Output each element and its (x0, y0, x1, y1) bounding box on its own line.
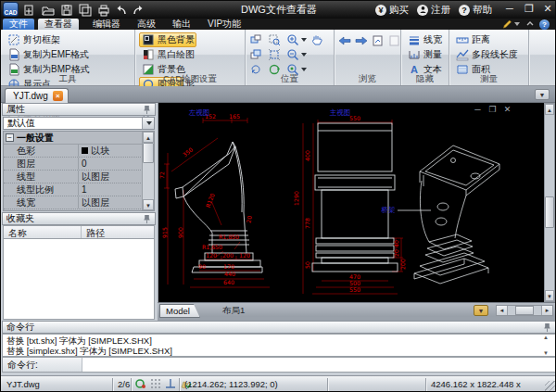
grid-toggle-icon[interactable] (150, 378, 161, 389)
black-background-toggle[interactable]: 黑色背景 (139, 32, 196, 47)
menu-tab-output[interactable]: 输出 (166, 19, 197, 30)
dimension-label: 440 (224, 271, 235, 277)
maximize-button[interactable]: ❐ (521, 1, 537, 16)
pin-icon[interactable] (143, 214, 151, 224)
collapse-ribbon-button[interactable] (525, 19, 535, 30)
mdi-restore-button[interactable]: ❐ (487, 105, 498, 114)
command-history[interactable]: 替换 [txt.shx] 字体为 [SIMPLEX.SHX]替换 [simple… (2, 334, 556, 357)
canvas-vertical-scrollbar[interactable]: ▲ ▼ (544, 103, 555, 302)
dimension-labels: 15216535072R12020R1,850R1,65091590012020… (158, 113, 406, 293)
hide-measure-button[interactable]: 测量 (405, 47, 445, 62)
scroll-thumb[interactable] (545, 196, 554, 228)
scroll-up-icon[interactable]: ▲ (545, 104, 554, 115)
properties-scrollbar[interactable]: ▲ ▼ (142, 132, 154, 210)
pin-icon[interactable] (543, 322, 551, 333)
tab-model[interactable]: Model (159, 304, 200, 318)
quick-help-button[interactable]: ? (539, 19, 550, 30)
menu-tab-file[interactable]: 文件 (3, 19, 34, 30)
command-scrollbar[interactable]: ▲ ▼ (543, 335, 553, 356)
dimension-label: 1290 (293, 191, 299, 206)
scroll-down-icon[interactable]: ▼ (545, 290, 554, 301)
menu-tab-advanced[interactable]: 高级 (131, 19, 162, 30)
dimension-label: 120 (206, 252, 217, 259)
property-row[interactable]: 线型以图层 (4, 171, 154, 183)
resize-grip[interactable] (545, 381, 556, 392)
cut-frame-button[interactable]: 剪切框架 (5, 32, 79, 47)
scroll-left-icon[interactable]: ◄ (497, 306, 508, 315)
measure-distance-button[interactable]: 距离 (453, 32, 524, 47)
scroll-up-icon[interactable]: ▲ (543, 335, 553, 340)
layout-list-dropdown-button[interactable]: ▼ (474, 305, 488, 316)
layout-tab-bar: Model 布局1 ▼ ◄ ► (158, 302, 556, 317)
dimension-label: 50 (304, 261, 310, 269)
canvas-horizontal-scrollbar[interactable]: ◄ ► (496, 305, 553, 316)
menu-tab-vip[interactable]: VIP功能 (201, 19, 247, 30)
menu-tab-viewer[interactable]: 查看器 (38, 19, 79, 30)
zoom-out-button[interactable] (286, 48, 310, 61)
register-button[interactable]: 注册 (417, 3, 450, 17)
command-input[interactable] (82, 358, 555, 372)
back-arrow-button[interactable] (338, 34, 351, 47)
preset-dropdown[interactable]: 默认值 (3, 117, 155, 130)
scroll-down-icon[interactable]: ▼ (143, 199, 154, 210)
copy-emf-button[interactable]: 复制为EMF格式 (5, 47, 79, 62)
zoom-extents-button[interactable] (268, 48, 286, 61)
zoom-in-button[interactable] (286, 33, 310, 46)
forward-arrow-button[interactable] (355, 34, 368, 47)
property-row[interactable]: 图层0 (4, 158, 154, 171)
tab-list-dropdown-button[interactable]: ▼ (535, 89, 550, 100)
scroll-up-icon[interactable]: ▲ (143, 132, 154, 143)
property-row[interactable]: 色彩以块 (4, 145, 154, 158)
property-row[interactable]: 线宽以图层 (4, 196, 154, 209)
snap-marker-icon[interactable] (135, 378, 146, 389)
ribbon-group-measure: 距离 多段线长度 面积 测量 (449, 30, 529, 85)
color-swatch (82, 147, 88, 154)
help-button[interactable]: ?帮助 (459, 3, 492, 17)
named-view-button[interactable] (388, 34, 401, 47)
command-line: 替换 [txt.shx] 字体为 [SIMPLEX.SHX] (6, 335, 551, 346)
tab-layout1[interactable]: 布局1 (215, 304, 252, 318)
cad-canvas[interactable]: 15216535072R12020R1,850R1,65091590012020… (158, 103, 544, 302)
favorites-list[interactable] (3, 239, 155, 320)
measure-polyline-button[interactable]: 多段线长度 (453, 47, 524, 62)
mdi-close-button[interactable]: ✕ (502, 105, 512, 114)
dimension-label: 170 (223, 263, 234, 270)
yen-icon: ¥ (375, 5, 386, 16)
bw-drawing-button[interactable]: 黑白绘图 (139, 47, 196, 62)
dimension-label: 500 (349, 280, 360, 286)
scroll-right-icon[interactable]: ► (541, 306, 552, 315)
collapse-icon[interactable]: − (6, 133, 14, 142)
zoom-window-button[interactable] (249, 33, 268, 46)
document-close-icon[interactable]: × (53, 91, 63, 101)
property-group-row[interactable]: − 一般设置 (4, 132, 154, 145)
pin-icon[interactable] (143, 105, 151, 115)
close-button[interactable]: ✕ (539, 1, 556, 16)
scroll-thumb[interactable] (515, 306, 534, 315)
scroll-thumb[interactable] (143, 143, 154, 163)
property-row[interactable]: 线型比例1 (4, 183, 154, 196)
favorites-panel-header: 收藏夹 (2, 212, 156, 225)
pan-button[interactable] (310, 33, 329, 46)
ortho-toggle-icon[interactable] (165, 378, 176, 389)
buy-button[interactable]: ¥购买 (375, 3, 409, 17)
status-drawing-size: 4246.162 x 1822.448 x 1267.498 (431, 379, 556, 392)
minimize-button[interactable]: ─ (501, 1, 518, 16)
column-header-name[interactable]: 名称 (4, 226, 82, 238)
dimension-label: 20 (245, 215, 252, 223)
title-bar: CAD DWG文件查看器 ¥购买 注册 ?帮助 ─ ❐ ✕ (1, 1, 556, 19)
black-background-icon (142, 33, 155, 46)
column-header-path[interactable]: 路径 (82, 226, 105, 238)
mdi-minimize-button[interactable]: ─ (473, 105, 483, 114)
document-tab[interactable]: YJT.dwg × (5, 88, 69, 103)
pen-tool-button[interactable] (501, 19, 520, 30)
scroll-down-icon[interactable]: ▼ (543, 350, 553, 356)
hide-linewidth-button[interactable]: 线宽 (405, 32, 445, 47)
last-view-button[interactable] (372, 34, 385, 47)
previous-window-button[interactable] (249, 48, 268, 61)
pencil-icon (501, 19, 512, 30)
menu-tab-editor[interactable]: 编辑器 (86, 19, 127, 30)
zoom-selection-button[interactable] (268, 33, 286, 46)
chevron-down-icon (301, 53, 307, 57)
windows-stack-icon (249, 48, 262, 61)
dimension-label: 640 (223, 279, 234, 285)
